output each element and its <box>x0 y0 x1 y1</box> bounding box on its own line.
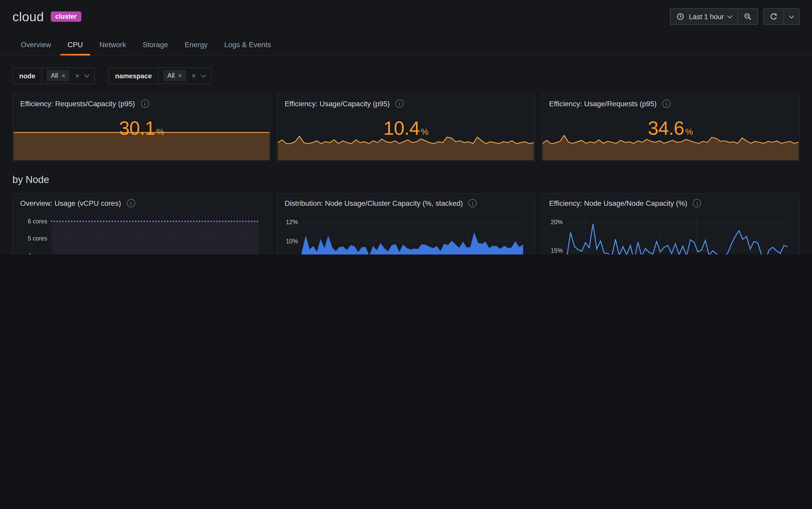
panel-title[interactable]: Efficiency: Usage/Requests (p95) <box>549 100 657 108</box>
svg-text:10%: 10% <box>286 238 298 245</box>
chart-panel-distribution: Distribution: Node Usage/Cluster Capacit… <box>277 193 535 254</box>
refresh-button[interactable] <box>764 9 783 24</box>
time-range-label: Last 1 hour <box>689 13 724 21</box>
panel-title[interactable]: Efficiency: Node Usage/Node Capacity (%) <box>549 199 687 207</box>
zoom-out-icon <box>744 12 752 21</box>
namespace-filter-value-chip[interactable]: All × <box>163 70 186 81</box>
namespace-filter-label: namespace <box>109 68 158 83</box>
clock-icon <box>676 12 685 21</box>
svg-text:6 cores: 6 cores <box>28 218 47 225</box>
node-filter-label: node <box>13 68 42 83</box>
svg-text:12%: 12% <box>286 219 298 226</box>
header-toolbar: Last 1 hour <box>670 8 800 25</box>
remove-value-icon[interactable]: × <box>178 72 182 79</box>
stats-row: Efficiency: Requests/Capacity (p95) i 30… <box>12 94 800 161</box>
remove-value-icon[interactable]: × <box>62 72 65 79</box>
tab-logs-events[interactable]: Logs & Events <box>216 36 279 56</box>
node-filter-value: All <box>51 72 58 79</box>
chart-panel-efficiency: Efficiency: Node Usage/Node Capacity (%)… <box>541 193 800 254</box>
stat-panel-requests-capacity: Efficiency: Requests/Capacity (p95) i 30… <box>12 94 271 161</box>
panel-title[interactable]: Efficiency: Usage/Capacity (p95) <box>285 100 390 108</box>
panel-title[interactable]: Distribution: Node Usage/Cluster Capacit… <box>285 199 463 207</box>
node-filter: node All × × <box>12 67 95 84</box>
node-filter-controls: × <box>72 71 94 80</box>
info-icon[interactable]: i <box>127 199 135 207</box>
tab-overview[interactable]: Overview <box>12 36 59 56</box>
chevron-down-icon <box>789 13 794 19</box>
namespace-filter: namespace All × × <box>108 67 211 84</box>
dashboard-page: cloud cluster Last 1 hour <box>0 0 812 254</box>
header: cloud cluster Last 1 hour <box>0 0 812 25</box>
info-icon[interactable]: i <box>469 199 477 207</box>
namespace-filter-value: All <box>167 72 175 79</box>
info-icon[interactable]: i <box>141 100 149 108</box>
stat-value: 34.6% <box>542 118 799 139</box>
svg-text:5 cores: 5 cores <box>28 235 47 242</box>
node-filter-value-chip[interactable]: All × <box>47 70 69 81</box>
stat-value: 30.1% <box>13 118 270 139</box>
refresh-group <box>763 8 800 25</box>
namespace-filter-controls: × <box>188 71 211 80</box>
time-series-plot[interactable]: 0 cores1 cores2 cores3 cores4 cores5 cor… <box>20 208 263 254</box>
stat-panel-usage-requests: Efficiency: Usage/Requests (p95) i 34.6% <box>541 94 800 161</box>
stat-value: 10.4% <box>278 118 535 139</box>
filter-bar: node All × × namespace All × × <box>0 67 812 84</box>
zoom-out-button[interactable] <box>737 9 757 24</box>
refresh-interval-dropdown[interactable] <box>783 9 799 24</box>
clear-filter-icon[interactable]: × <box>75 71 79 80</box>
info-icon[interactable]: i <box>395 100 404 108</box>
tab-storage[interactable]: Storage <box>135 36 176 56</box>
svg-text:15%: 15% <box>551 247 563 254</box>
page-title: cloud <box>12 9 44 24</box>
chart-panel-overview-usage: Overview: Usage (vCPU cores) i 0 cores1 … <box>12 193 271 254</box>
chevron-down-icon[interactable] <box>201 72 206 77</box>
svg-text:20%: 20% <box>551 219 563 226</box>
chevron-down-icon <box>727 13 733 19</box>
charts-row: Overview: Usage (vCPU cores) i 0 cores1 … <box>12 193 800 254</box>
tab-cpu[interactable]: CPU <box>59 36 91 56</box>
info-icon[interactable]: i <box>693 199 701 207</box>
tab-bar: Overview CPU Network Storage Energy Logs… <box>0 36 812 56</box>
info-icon[interactable]: i <box>662 100 671 108</box>
refresh-icon <box>770 12 778 21</box>
cluster-badge: cluster <box>51 11 81 22</box>
time-range-group: Last 1 hour <box>670 8 758 25</box>
tab-energy[interactable]: Energy <box>176 36 216 56</box>
stat-panel-usage-capacity: Efficiency: Usage/Capacity (p95) i 10.4% <box>277 94 535 161</box>
time-series-plot[interactable]: 0%2%4%6%8%10%12%14:3014:4014:5015:0015:1… <box>285 208 528 254</box>
time-range-picker[interactable]: Last 1 hour <box>671 9 737 24</box>
panel-title[interactable]: Overview: Usage (vCPU cores) <box>20 199 121 207</box>
svg-text:4 cores: 4 cores <box>28 252 47 254</box>
clear-filter-icon[interactable]: × <box>192 71 196 80</box>
time-series-plot[interactable]: 0%5%10%15%20%14:3014:4014:5015:0015:1015… <box>549 208 792 254</box>
section-title: by Node <box>12 174 800 185</box>
chevron-down-icon[interactable] <box>84 72 90 77</box>
tab-network[interactable]: Network <box>91 36 135 56</box>
panel-title[interactable]: Efficiency: Requests/Capacity (p95) <box>20 100 135 108</box>
